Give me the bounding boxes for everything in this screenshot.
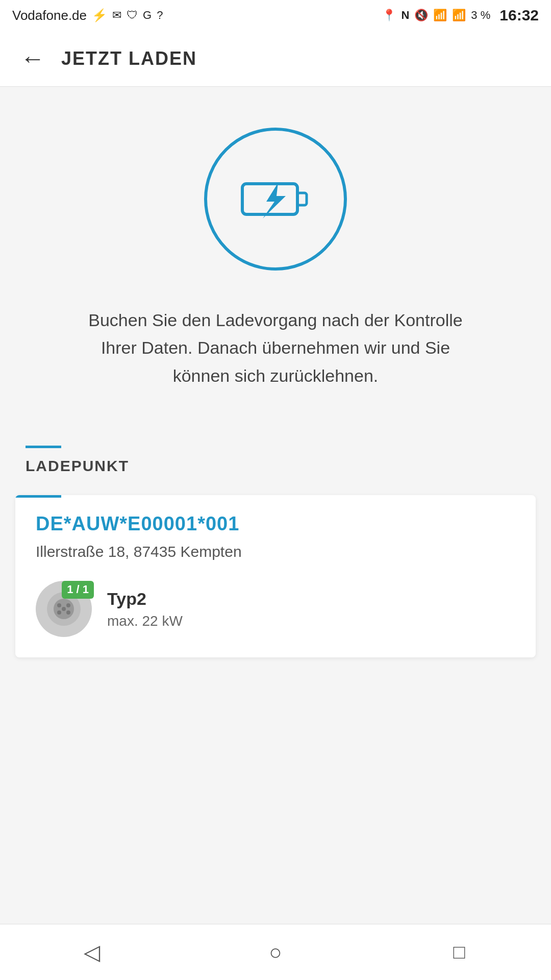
nav-bar: ← JETZT LADEN [0, 31, 551, 87]
recents-nav-button[interactable]: □ [439, 932, 480, 973]
location-icon: 📍 [382, 9, 396, 22]
wifi-icon: 📶 [433, 9, 447, 22]
section-title: LADEPUNKT [26, 457, 129, 474]
status-carrier: Vodafone.de ⚡ ✉ 🛡 G ? [12, 8, 163, 23]
hero-description: Buchen Sie den Ladevorgang nach der Kont… [77, 306, 474, 389]
battery-text: 3 % [471, 9, 490, 22]
signal-icon: 📶 [452, 9, 466, 22]
mail-icon: ✉ [112, 9, 121, 22]
back-nav-button[interactable]: ◁ [71, 932, 112, 973]
status-bar: Vodafone.de ⚡ ✉ 🛡 G ? 📍 N 🔇 📶 📶 3 % 16:3… [0, 0, 551, 31]
charging-icon-circle [204, 128, 347, 271]
help-icon: ? [157, 9, 163, 22]
home-nav-button[interactable]: ○ [255, 932, 296, 973]
charging-icon [240, 174, 311, 225]
back-nav-icon: ◁ [84, 940, 100, 965]
grammarly-icon: G [143, 9, 152, 22]
connector-power: max. 22 kW [107, 613, 183, 629]
connector-icon-wrap: 1 / 1 [36, 581, 92, 637]
svg-point-5 [66, 603, 70, 607]
nfc-icon: N [401, 9, 409, 22]
svg-point-6 [57, 610, 61, 615]
shield-icon: 🛡 [127, 9, 138, 22]
svg-point-7 [66, 610, 70, 615]
ladepunkt-section: LADEPUNKT [0, 420, 551, 485]
page-title: JETZT LADEN [61, 48, 197, 69]
home-nav-icon: ○ [269, 940, 282, 965]
mute-icon: 🔇 [414, 9, 428, 22]
svg-point-4 [57, 603, 61, 607]
main-content: Buchen Sie den Ladevorgang nach der Kont… [0, 87, 551, 924]
charge-point-address: Illerstraße 18, 87435 Kempten [36, 543, 515, 560]
connector-badge: 1 / 1 [62, 581, 94, 599]
connector-type: Typ2 [107, 589, 183, 609]
usb-icon: ⚡ [92, 8, 107, 22]
charge-point-id: DE*AUW*E00001*001 [36, 513, 515, 535]
hero-section: Buchen Sie den Ladevorgang nach der Kont… [0, 87, 551, 420]
charge-point-card: DE*AUW*E00001*001 Illerstraße 18, 87435 … [15, 495, 536, 657]
status-right-group: 📍 N 🔇 📶 📶 3 % 16:32 [382, 7, 539, 24]
bottom-nav: ◁ ○ □ [0, 924, 551, 980]
connector-row: 1 / 1 Typ2 max. 22 kW [36, 581, 515, 637]
recents-nav-icon: □ [454, 941, 465, 963]
section-accent-line [26, 446, 61, 448]
carrier-text: Vodafone.de [12, 8, 87, 23]
svg-point-8 [62, 607, 66, 611]
status-time: 16:32 [499, 7, 539, 24]
card-content: DE*AUW*E00001*001 Illerstraße 18, 87435 … [15, 498, 536, 657]
connector-info: Typ2 max. 22 kW [107, 589, 183, 629]
back-button[interactable]: ← [20, 46, 45, 71]
